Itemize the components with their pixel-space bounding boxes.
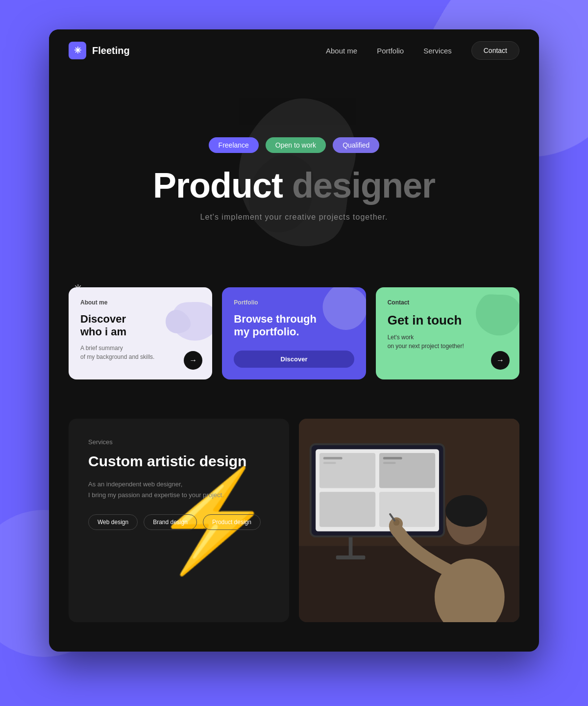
about-card-blob xyxy=(158,292,212,346)
service-tag-web[interactable]: Web design xyxy=(88,514,138,530)
hero-title: Product designer xyxy=(153,168,435,203)
hero-title-bold: Product xyxy=(153,166,283,205)
services-image xyxy=(299,419,519,622)
svg-rect-10 xyxy=(323,457,343,459)
about-card-desc: A brief summaryof my background and skil… xyxy=(80,344,200,361)
contact-card-arrow[interactable]: → xyxy=(491,351,510,370)
badge-qualified: Qualified xyxy=(333,137,379,153)
service-tag-brand[interactable]: Brand design xyxy=(144,514,197,530)
services-section: ⚡ Services Custom artistic design As an … xyxy=(49,409,539,652)
portfolio-discover-button[interactable]: Discover xyxy=(234,351,354,368)
svg-point-16 xyxy=(445,495,488,527)
nav-link-services[interactable]: Services xyxy=(423,47,452,55)
cards-section: ✳ About me Discoverwho i am A brief summ… xyxy=(49,277,539,409)
about-card: About me Discoverwho i am A brief summar… xyxy=(69,287,212,379)
nav-link-about[interactable]: About me xyxy=(326,47,357,55)
nav-link-portfolio[interactable]: Portfolio xyxy=(377,47,404,55)
logo-icon[interactable]: ✳ xyxy=(69,42,86,59)
badge-freelance: Freelance xyxy=(209,137,259,153)
contact-card: Contact Get in touch Let's workon your n… xyxy=(376,287,519,379)
services-desc: As an independent web designer, I bring … xyxy=(88,479,270,501)
svg-rect-12 xyxy=(383,457,402,459)
logo-text: Fleeting xyxy=(92,45,130,56)
hero-title-light: designer xyxy=(292,166,435,205)
portfolio-card: Portfolio Browse throughmy portfolio. Di… xyxy=(222,287,366,379)
badge-open-to-work: Open to work xyxy=(266,137,326,153)
portfolio-card-blob xyxy=(312,287,366,341)
navbar: ✳ Fleeting About me Portfolio Services C… xyxy=(49,29,539,72)
contact-button[interactable]: Contact xyxy=(471,41,519,60)
about-card-arrow[interactable]: → xyxy=(184,351,202,370)
services-label: Services xyxy=(88,438,270,446)
designer-photo xyxy=(299,419,519,622)
services-card: ⚡ Services Custom artistic design As an … xyxy=(69,419,289,622)
svg-rect-8 xyxy=(319,492,375,527)
browser-window: ✳ Fleeting About me Portfolio Services C… xyxy=(49,29,539,652)
hero-subtitle: Let's implement your creative projects t… xyxy=(200,213,388,222)
service-tag-product[interactable]: Product design xyxy=(203,514,261,530)
svg-rect-9 xyxy=(379,492,435,527)
svg-rect-13 xyxy=(383,462,396,464)
hero-section: Freelance Open to work Qualified Product… xyxy=(49,72,539,277)
svg-rect-11 xyxy=(323,462,336,464)
contact-card-blob xyxy=(466,292,519,341)
badges-group: Freelance Open to work Qualified xyxy=(209,137,380,153)
services-title: Custom artistic design xyxy=(88,453,270,470)
svg-rect-3 xyxy=(336,555,366,559)
nav-links: About me Portfolio Services Contact xyxy=(326,41,519,60)
service-tags: Web design Brand design Product design xyxy=(88,514,270,530)
logo-area: ✳ Fleeting xyxy=(69,42,326,59)
